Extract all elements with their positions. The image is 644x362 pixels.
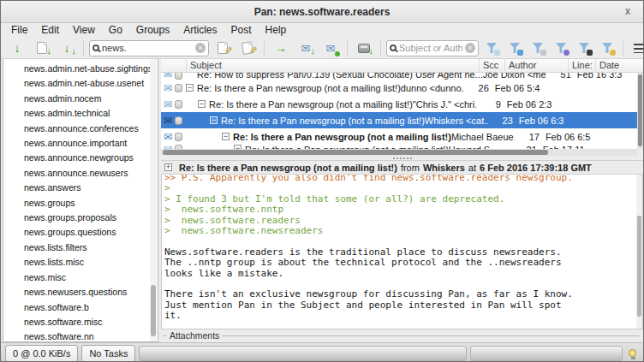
get-headers-in-selected-groups-button[interactable]: ↓ ↓ — [56, 39, 78, 57]
table-row[interactable]: ✉ − Re: Is there a Pan newsgroup (not a … — [161, 128, 637, 145]
thread-expander-icon[interactable]: − — [210, 116, 218, 124]
menu-item[interactable]: File — [4, 23, 34, 38]
scrollbar-thumb[interactable] — [163, 150, 548, 155]
group-list-item[interactable]: news.groups.proposals — [3, 211, 158, 225]
match-my-articles-filter-button[interactable] — [574, 39, 594, 57]
match-binary-articles-filter-button[interactable] — [551, 39, 571, 57]
menu-item[interactable]: Articles — [176, 23, 224, 38]
article-lines: 51 — [546, 73, 574, 80]
get-new-headers-button[interactable]: ↓ — [6, 39, 28, 57]
menu-item[interactable]: Groups — [129, 23, 176, 38]
clear-search-icon[interactable]: × — [465, 43, 475, 53]
reply-by-mail-button[interactable]: ✉ ↓ — [295, 39, 317, 57]
column-subject[interactable]: Subject — [187, 59, 480, 72]
thread-expander-icon[interactable]: − — [222, 133, 230, 140]
table-row[interactable]: ✉ − Re: Is there a Pan newsgroup (not a … — [161, 96, 637, 112]
close-icon[interactable]: x — [621, 4, 635, 18]
thread-expander-icon[interactable]: − — [198, 100, 206, 108]
attachments-frame: Attachments — [161, 329, 643, 342]
message-subject: Re: Is there a Pan newsgroup (not a mail… — [179, 163, 397, 173]
column-date[interactable]: Date — [596, 59, 643, 72]
group-list-item[interactable]: news.lists.filters — [3, 240, 158, 255]
menu-item[interactable]: Go — [102, 23, 129, 38]
group-list-item[interactable]: news.announce.important — [3, 136, 158, 151]
group-list-item[interactable]: news.answers — [3, 181, 158, 195]
group-list-item[interactable]: news.admin.nocem — [3, 92, 158, 106]
forward-by-mail-button[interactable]: ✉ — [319, 39, 342, 57]
cached-article-cylinder-icon — [175, 73, 182, 80]
group-list-item[interactable]: news.admin.net-abuse.sightings — [3, 62, 158, 76]
table-row[interactable]: ✉ − Re: Is there a Pan newsgroup (not a … — [161, 112, 637, 128]
cached-article-cylinder-icon — [175, 100, 182, 109]
article-lines: 26 — [464, 83, 492, 93]
message-body-pane: >> P.S. Apparently you also didn't find … — [161, 175, 643, 329]
pan-window: Pan: news.software.readers x FileEditVie… — [0, 0, 644, 362]
article-lines: 9 — [476, 99, 504, 110]
group-list-item[interactable]: news.software.misc — [3, 315, 158, 329]
followup-to-newsgroup-button[interactable]: ✎ — [236, 39, 259, 57]
match-cached-articles-filter-button[interactable] — [528, 39, 548, 57]
group-list-item[interactable]: news.admin.net-abuse.usenet — [3, 76, 158, 91]
group-list-item[interactable]: news.newusers.questions — [3, 285, 158, 300]
pencil-icon: ✎ — [247, 45, 259, 54]
cached-article-cylinder-icon — [175, 133, 182, 141]
group-list-item[interactable]: news.announce.conferences — [3, 122, 158, 136]
cached-badge-icon — [540, 50, 546, 56]
frame-line — [163, 335, 640, 336]
headers-expander-icon[interactable]: + — [164, 163, 172, 171]
group-list-item[interactable]: news.admin.technical — [3, 106, 158, 121]
column-icons[interactable] — [161, 59, 187, 72]
pencil-icon: ✎ — [222, 45, 234, 54]
save-article-button[interactable]: ↓ — [353, 39, 375, 57]
body-scrollbar[interactable] — [636, 175, 642, 329]
group-list-item[interactable]: news.groups — [3, 196, 158, 211]
column-author[interactable]: Author — [505, 59, 569, 72]
read-status-envelope-icon: ✉ — [161, 132, 175, 142]
column-lines[interactable]: Line: — [569, 59, 596, 72]
error-log-bulb-icon[interactable] — [629, 349, 636, 357]
article-lines: 23 — [488, 116, 516, 126]
article-list-hscrollbar[interactable] — [161, 149, 637, 156]
list-lines-icon — [634, 44, 644, 53]
menu-item[interactable]: Post — [224, 23, 259, 38]
menu-item[interactable]: Edit — [34, 23, 66, 38]
body-line: > news.software.nntp — [164, 205, 640, 215]
read-next-button[interactable]: → — [270, 39, 292, 57]
group-list-item[interactable]: news.announce.newgroups — [3, 151, 158, 165]
toolbar-separator — [380, 41, 381, 56]
table-row[interactable]: ✉ − Re: Is there a Pan newsgroup (not a … — [161, 80, 637, 96]
body-line: > news.software.newsreaders — [164, 226, 640, 236]
table-row[interactable]: ✉ Re: How to suppress Pan/0.139 (Sexual … — [161, 73, 637, 80]
body-line: Just mention Pan in the Subject and peop… — [164, 300, 640, 311]
clear-search-icon[interactable]: × — [195, 43, 206, 53]
post-to-newsgroup-button[interactable]: ✎ — [212, 39, 234, 57]
thread-expander-icon[interactable]: − — [186, 84, 194, 92]
match-unread-articles-filter-button[interactable] — [504, 39, 525, 57]
group-list-item[interactable]: news.software.nn — [3, 329, 158, 342]
match-watched-articles-filter-button[interactable] — [597, 39, 617, 57]
article-author: Joe Dixon <me... — [483, 73, 546, 80]
task-status[interactable]: No Tasks — [81, 345, 135, 362]
group-pane-scrollbar[interactable] — [150, 59, 157, 341]
get-headers-in-subscribed-groups-button[interactable]: ↓ — [31, 39, 53, 57]
article-lines: 17 — [515, 132, 542, 142]
body-line: it. — [164, 311, 640, 321]
scrollbar-thumb[interactable] — [637, 216, 641, 317]
scrollbar-thumb[interactable] — [638, 74, 642, 146]
group-list-item[interactable]: news.software.b — [3, 300, 158, 315]
thread-headers-toggle-button[interactable] — [629, 39, 644, 57]
menu-item[interactable]: View — [66, 23, 102, 38]
group-search-input[interactable] — [102, 43, 193, 53]
menu-item[interactable]: Help — [259, 23, 294, 38]
column-score[interactable]: Scc — [480, 59, 505, 72]
scrollbar-thumb[interactable] — [151, 285, 156, 336]
search-icon — [390, 45, 397, 51]
group-list-item[interactable]: news.lists.misc — [3, 255, 158, 270]
match-read-articles-filter-button[interactable] — [481, 39, 502, 57]
group-list-item[interactable]: news.misc — [3, 270, 158, 285]
article-list-vscrollbar[interactable] — [637, 73, 643, 149]
connection-status[interactable]: 0 @ 0.0 KiB/s — [5, 345, 78, 362]
article-search-input[interactable] — [399, 43, 462, 53]
group-list-item[interactable]: news.announce.newusers — [3, 166, 158, 181]
group-list-item[interactable]: news.groups.questions — [3, 225, 158, 240]
